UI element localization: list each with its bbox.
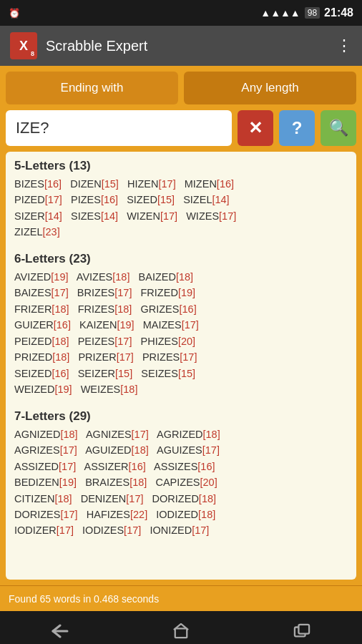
any-length-filter[interactable]: Any length: [184, 72, 356, 104]
svg-rect-3: [298, 625, 309, 634]
signal-icon: ▲▲▲▲: [260, 7, 300, 19]
time-display: 21:48: [324, 6, 353, 19]
battery-icon: 98: [305, 7, 320, 19]
menu-button[interactable]: ⋮: [336, 36, 352, 55]
app-logo: X 8: [10, 32, 37, 59]
title-bar: X 8 Scrabble Expert ⋮: [0, 26, 362, 66]
search-button[interactable]: 🔍: [321, 110, 356, 146]
alarm-icon: ⏰: [9, 8, 20, 19]
search-input[interactable]: [6, 110, 232, 146]
status-text: Found 65 words in 0.468 seconds: [9, 593, 159, 605]
bottom-status-bar: Found 65 words in 0.468 seconds: [0, 585, 362, 611]
group-header-5: 5-Letters (13): [14, 159, 348, 173]
home-nav-button[interactable]: [160, 617, 202, 644]
recent-nav-button[interactable]: [280, 617, 323, 644]
status-bar: ⏰ ▲▲▲▲ 98 21:48: [0, 0, 362, 26]
search-icon: 🔍: [329, 119, 348, 137]
group-header-7: 7-Letters (29): [14, 409, 348, 424]
status-icons: ▲▲▲▲ 98 21:48: [260, 6, 353, 19]
word-group-7: 7-Letters (29) AGNIZED[18] AGNIZES[17] A…: [14, 409, 348, 539]
back-nav-button[interactable]: [39, 617, 82, 644]
back-icon: [52, 624, 69, 638]
words-5: BIZES[16] DIZEN[15] HIZEN[17] MIZEN[16] …: [14, 176, 348, 240]
svg-rect-1: [175, 628, 187, 638]
ending-with-filter[interactable]: Ending with: [6, 72, 178, 104]
clear-icon: ✕: [248, 118, 263, 138]
words-7: AGNIZED[18] AGNIZES[17] AGRIZED[18] AGRI…: [14, 426, 348, 539]
logo-sub: 8: [31, 50, 34, 57]
main-content: Ending with Any length ✕ ? 🔍 5-Letters (…: [0, 66, 362, 585]
word-group-5: 5-Letters (13) BIZES[16] DIZEN[15] HIZEN…: [14, 159, 348, 240]
group-header-6: 6-Letters (23): [14, 252, 348, 266]
help-icon: ?: [292, 118, 303, 138]
clear-button[interactable]: ✕: [238, 110, 273, 146]
recent-icon: [293, 623, 310, 639]
status-left: ⏰: [9, 8, 255, 19]
home-icon: [172, 623, 190, 639]
nav-bar: [0, 611, 362, 644]
results-area: 5-Letters (13) BIZES[16] DIZEN[15] HIZEN…: [6, 152, 356, 580]
logo-letter: X: [19, 39, 28, 54]
search-row: ✕ ? 🔍: [6, 110, 356, 146]
app-title: Scrabble Expert: [46, 38, 328, 54]
filter-row: Ending with Any length: [6, 72, 356, 104]
help-button[interactable]: ?: [279, 110, 315, 146]
word-group-6: 6-Letters (23) AVIZED[19] AVIZES[18] BAI…: [14, 252, 348, 398]
words-6: AVIZED[19] AVIZES[18] BAIZED[18] BAIZES[…: [14, 269, 348, 398]
